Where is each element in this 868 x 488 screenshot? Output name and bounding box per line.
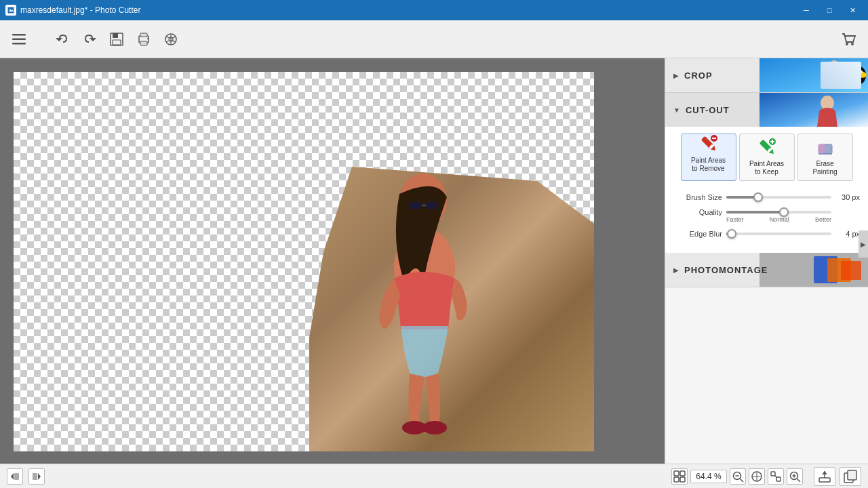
- svg-point-15: [851, 43, 854, 45]
- cutout-header[interactable]: ▼ CUT-OUT: [665, 93, 868, 127]
- cutout-thumbnail: [760, 93, 868, 127]
- svg-rect-2: [12, 38, 26, 40]
- svg-rect-68: [819, 478, 830, 482]
- brush-size-track[interactable]: [726, 196, 831, 199]
- export-button[interactable]: [814, 467, 835, 486]
- menu-button[interactable]: [7, 27, 31, 52]
- svg-rect-54: [680, 477, 685, 482]
- paint-keep-icon: [756, 136, 778, 158]
- zoom-fit-button[interactable]: [768, 468, 784, 485]
- status-actions: [814, 467, 861, 486]
- svg-point-14: [846, 43, 848, 45]
- cutout-section: ▼ CUT-OUT: [665, 93, 868, 253]
- svg-rect-51: [674, 471, 679, 476]
- cutout-arrow: ▼: [673, 106, 680, 114]
- paint-remove-tool[interactable]: Paint Areasto Remove: [681, 134, 736, 181]
- maximize-button[interactable]: □: [819, 3, 840, 17]
- edge-blur-row: Edge Blur 4 px: [673, 230, 860, 238]
- quality-labels: Faster Normal Better: [673, 216, 860, 223]
- paint-keep-tool[interactable]: Paint Areasto Keep: [739, 134, 795, 181]
- canvas-image: [14, 72, 594, 451]
- crop-header[interactable]: ▶ CROP: [665, 58, 868, 92]
- minimize-button[interactable]: ─: [796, 3, 816, 17]
- paint-remove-label: Paint Areasto Remove: [691, 157, 726, 173]
- brush-size-value: 30 px: [835, 193, 860, 201]
- cart-button[interactable]: [837, 27, 861, 52]
- crop-thumb-image: [760, 58, 868, 92]
- brush-size-label: Brush Size: [673, 193, 722, 201]
- svg-marker-47: [11, 473, 14, 480]
- status-bar: 64.4 %: [0, 464, 868, 488]
- quality-track[interactable]: [726, 211, 831, 214]
- svg-rect-46: [841, 261, 861, 280]
- quality-faster: Faster: [726, 216, 744, 223]
- share-button[interactable]: [159, 27, 183, 52]
- erase-label: ErasePainting: [812, 160, 837, 176]
- crop-label: CROP: [684, 70, 713, 81]
- tools-container: Paint Areasto Remove: [665, 127, 868, 188]
- nav-last-button[interactable]: [28, 468, 45, 485]
- svg-rect-5: [113, 33, 118, 38]
- copy-button[interactable]: [840, 467, 861, 486]
- nav-first-button[interactable]: [7, 468, 23, 485]
- title-bar: maxresdefault.jpg* - Photo Cutter ─ □ ✕: [0, 0, 868, 20]
- brush-size-row: Brush Size 30 px: [673, 193, 860, 201]
- photomontage-header[interactable]: ▶ PHOTOMONTAGE: [665, 253, 868, 287]
- zoom-out-button[interactable]: [730, 468, 746, 485]
- sliders-container: Brush Size 30 px Quality: [665, 188, 868, 253]
- zoom-in-button[interactable]: [787, 468, 803, 485]
- photomontage-thumbnail: [760, 253, 868, 287]
- window-title: maxresdefault.jpg* - Photo Cutter: [20, 5, 140, 15]
- app-icon: [5, 5, 16, 16]
- crop-thumbnail: [760, 58, 868, 92]
- svg-rect-19: [426, 202, 438, 209]
- erase-icon: [814, 136, 836, 158]
- paint-remove-icon: [698, 133, 719, 155]
- svg-rect-72: [848, 470, 856, 480]
- zoom-display: 64.4 %: [671, 468, 803, 485]
- title-bar-left: maxresdefault.jpg* - Photo Cutter: [5, 5, 140, 16]
- svg-rect-41: [818, 144, 825, 154]
- svg-rect-53: [674, 477, 679, 482]
- right-panel: ▶ CROP: [665, 58, 868, 464]
- edge-blur-label: Edge Blur: [673, 230, 722, 238]
- print-button[interactable]: [132, 27, 156, 52]
- quality-better: Better: [815, 216, 831, 223]
- close-button[interactable]: ✕: [842, 3, 863, 17]
- redo-button[interactable]: [77, 27, 102, 52]
- edge-blur-track[interactable]: [726, 232, 831, 235]
- undo-button[interactable]: [50, 27, 75, 52]
- photomontage-thumb-image: [760, 253, 868, 287]
- svg-marker-70: [822, 471, 827, 474]
- main-area: ▶ CROP: [0, 58, 868, 464]
- canvas-area[interactable]: [0, 58, 665, 464]
- svg-line-65: [797, 479, 801, 482]
- quality-top: Quality: [673, 208, 860, 216]
- canvas[interactable]: [14, 72, 594, 451]
- photomontage-arrow: ▶: [673, 266, 679, 274]
- svg-line-56: [741, 479, 744, 482]
- cutout-thumb-image: [760, 93, 868, 127]
- quality-row: Quality Faster Normal Better: [673, 208, 860, 223]
- photomontage-section: ▶ PHOTOMONTAGE: [665, 253, 868, 287]
- svg-rect-23: [760, 58, 868, 92]
- window-controls: ─ □ ✕: [796, 3, 863, 17]
- edge-blur-value: 4 px: [835, 230, 860, 238]
- svg-rect-1: [12, 34, 26, 36]
- grid-toggle-button[interactable]: [671, 468, 688, 485]
- svg-rect-52: [680, 471, 685, 476]
- cutout-label: CUT-OUT: [686, 105, 730, 115]
- panel-collapse-arrow[interactable]: ▶: [859, 230, 868, 258]
- svg-rect-27: [760, 93, 868, 127]
- crop-section: ▶ CROP: [665, 58, 868, 93]
- zoom-value-display[interactable]: 64.4 %: [690, 470, 727, 483]
- svg-rect-50: [33, 473, 37, 480]
- save-button[interactable]: [104, 27, 129, 52]
- svg-point-10: [147, 38, 149, 39]
- erase-tool[interactable]: ErasePainting: [797, 134, 853, 181]
- svg-rect-3: [12, 43, 26, 45]
- svg-point-22: [422, 421, 447, 434]
- svg-rect-18: [410, 202, 422, 209]
- zoom-reset-button[interactable]: [749, 468, 765, 485]
- svg-line-63: [774, 475, 777, 478]
